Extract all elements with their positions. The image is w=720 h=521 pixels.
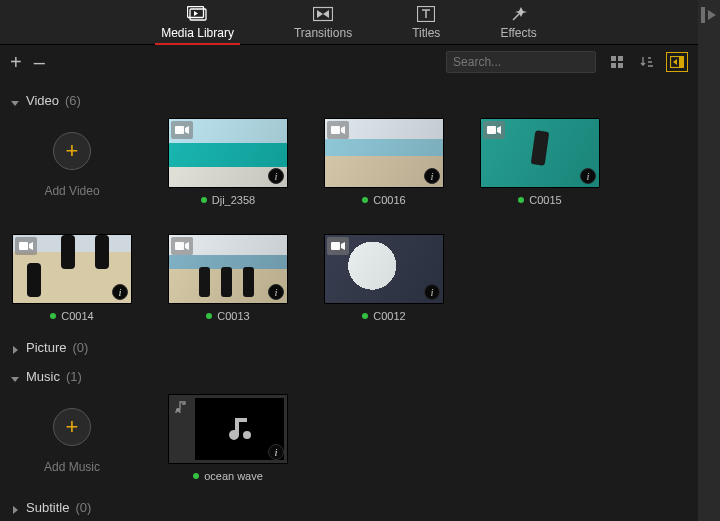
svg-marker-4 bbox=[317, 10, 323, 18]
titles-icon bbox=[417, 4, 435, 24]
tab-label: Media Library bbox=[161, 26, 234, 40]
svg-rect-16 bbox=[175, 126, 184, 134]
chevron-right-icon bbox=[10, 343, 20, 353]
section-count: (6) bbox=[65, 93, 81, 108]
svg-rect-13 bbox=[679, 57, 683, 67]
tab-effects[interactable]: Effects bbox=[500, 4, 536, 42]
info-icon[interactable]: i bbox=[268, 444, 284, 460]
info-icon[interactable]: i bbox=[268, 284, 284, 300]
tab-transitions[interactable]: Transitions bbox=[294, 4, 352, 42]
svg-rect-11 bbox=[618, 63, 623, 68]
clip-name: ocean wave bbox=[204, 470, 263, 482]
svg-marker-14 bbox=[673, 59, 677, 65]
svg-marker-21 bbox=[497, 126, 501, 134]
video-thumbnail[interactable]: i bbox=[12, 234, 132, 304]
status-dot bbox=[50, 313, 56, 319]
section-subtitle-header[interactable]: Subtitle (0) bbox=[10, 492, 688, 521]
video-type-icon bbox=[171, 237, 193, 255]
effects-icon bbox=[510, 4, 528, 24]
info-icon[interactable]: i bbox=[580, 168, 596, 184]
info-icon[interactable]: i bbox=[424, 284, 440, 300]
toolbar: + – bbox=[0, 45, 698, 79]
plus-circle-icon[interactable]: + bbox=[53, 132, 91, 170]
media-library-icon bbox=[187, 4, 209, 24]
video-thumbnail[interactable]: i bbox=[324, 234, 444, 304]
info-icon[interactable]: i bbox=[424, 168, 440, 184]
video-thumbnail[interactable]: i bbox=[480, 118, 600, 188]
svg-rect-33 bbox=[701, 7, 705, 23]
svg-rect-24 bbox=[175, 242, 184, 250]
section-count: (0) bbox=[75, 500, 91, 515]
status-dot bbox=[362, 197, 368, 203]
svg-marker-27 bbox=[341, 242, 345, 250]
svg-marker-15 bbox=[11, 101, 19, 106]
video-tile[interactable]: i C0014 bbox=[12, 234, 132, 322]
music-grid: + Add Music i ocean wave bbox=[10, 390, 688, 492]
media-content[interactable]: Video (6) + Add Video i Dji_2358 i C bbox=[0, 79, 698, 521]
video-tile[interactable]: i C0013 bbox=[168, 234, 288, 322]
svg-point-30 bbox=[176, 408, 180, 412]
video-tile[interactable]: i C0015 bbox=[480, 118, 600, 206]
section-title: Music bbox=[26, 369, 60, 384]
music-type-icon bbox=[173, 399, 187, 416]
section-title: Picture bbox=[26, 340, 66, 355]
clip-name: C0012 bbox=[373, 310, 405, 322]
clip-name: C0015 bbox=[529, 194, 561, 206]
sort-icon[interactable] bbox=[636, 52, 658, 72]
add-music-tile[interactable]: + Add Music bbox=[12, 394, 132, 482]
section-title: Video bbox=[26, 93, 59, 108]
search-input[interactable] bbox=[446, 51, 596, 73]
status-dot bbox=[362, 313, 368, 319]
video-thumbnail[interactable]: i bbox=[324, 118, 444, 188]
video-type-icon bbox=[483, 121, 505, 139]
svg-marker-19 bbox=[341, 126, 345, 134]
plus-circle-icon[interactable]: + bbox=[53, 408, 91, 446]
tab-titles[interactable]: Titles bbox=[412, 4, 440, 42]
video-thumbnail[interactable]: i bbox=[168, 118, 288, 188]
clip-name: C0013 bbox=[217, 310, 249, 322]
tab-label: Effects bbox=[500, 26, 536, 40]
section-music-header[interactable]: Music (1) bbox=[10, 361, 688, 390]
video-type-icon bbox=[327, 121, 349, 139]
svg-marker-28 bbox=[13, 346, 18, 354]
tab-label: Titles bbox=[412, 26, 440, 40]
svg-rect-8 bbox=[611, 56, 616, 61]
status-dot bbox=[193, 473, 199, 479]
svg-marker-23 bbox=[29, 242, 33, 250]
collapse-panel-icon[interactable] bbox=[700, 6, 718, 521]
svg-point-31 bbox=[243, 431, 251, 439]
music-thumbnail[interactable]: i bbox=[168, 394, 288, 464]
section-video-header[interactable]: Video (6) bbox=[10, 85, 688, 114]
video-type-icon bbox=[327, 237, 349, 255]
add-button[interactable]: + bbox=[10, 52, 22, 72]
svg-marker-34 bbox=[708, 10, 716, 20]
section-picture-header[interactable]: Picture (0) bbox=[10, 332, 688, 361]
chevron-down-icon bbox=[10, 96, 20, 106]
status-dot bbox=[201, 197, 207, 203]
clip-name: C0014 bbox=[61, 310, 93, 322]
top-tabs: Media Library Transitions Titles Effects bbox=[0, 0, 698, 45]
remove-button[interactable]: – bbox=[34, 52, 45, 72]
tab-media-library[interactable]: Media Library bbox=[161, 4, 234, 42]
add-video-tile[interactable]: + Add Video bbox=[12, 118, 132, 206]
panel-toggle-icon[interactable] bbox=[666, 52, 688, 72]
video-thumbnail[interactable]: i bbox=[168, 234, 288, 304]
right-rail bbox=[698, 0, 720, 521]
chevron-right-icon bbox=[10, 503, 20, 513]
svg-rect-20 bbox=[487, 126, 496, 134]
section-count: (1) bbox=[66, 369, 82, 384]
svg-rect-10 bbox=[611, 63, 616, 68]
info-icon[interactable]: i bbox=[112, 284, 128, 300]
video-tile[interactable]: i Dji_2358 bbox=[168, 118, 288, 206]
music-tile[interactable]: i ocean wave bbox=[168, 394, 288, 482]
video-tile[interactable]: i C0016 bbox=[324, 118, 444, 206]
svg-rect-9 bbox=[618, 56, 623, 61]
svg-marker-2 bbox=[194, 11, 198, 16]
add-video-label: Add Video bbox=[44, 184, 99, 198]
info-icon[interactable]: i bbox=[268, 168, 284, 184]
video-type-icon bbox=[15, 237, 37, 255]
clip-name: Dji_2358 bbox=[212, 194, 255, 206]
video-tile[interactable]: i C0012 bbox=[324, 234, 444, 322]
tab-label: Transitions bbox=[294, 26, 352, 40]
grid-view-icon[interactable] bbox=[606, 52, 628, 72]
